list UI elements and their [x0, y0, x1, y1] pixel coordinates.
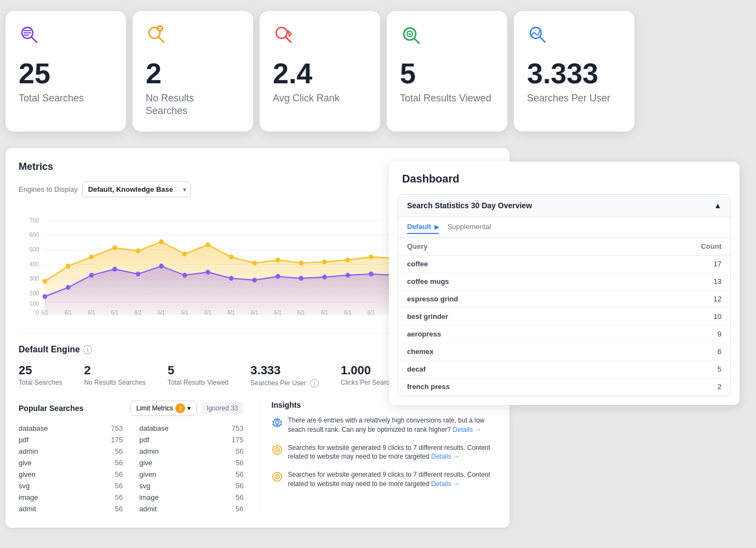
svg-line-11 — [285, 37, 291, 42]
total-results-icon — [400, 24, 492, 50]
stats-overview: Search Statistics 30 Day Overview ▲ Defa… — [398, 194, 731, 396]
limit-chevron-icon: ▾ — [187, 404, 191, 412]
metric-card-avg-click-rank: 2.4 Avg Click Rank — [260, 11, 380, 132]
svg-text:300: 300 — [29, 275, 39, 282]
metric-card-no-results: 2 No Results Searches — [133, 11, 253, 132]
svg-point-38 — [112, 246, 117, 250]
table-row: admin 56 — [19, 446, 123, 457]
engine-stat-no-results: 2 No Results Searches — [84, 363, 146, 387]
table-row: image 56 — [139, 492, 243, 503]
svg-point-41 — [182, 252, 187, 256]
searches-per-user-info-icon[interactable]: i — [310, 379, 319, 387]
svg-point-58 — [89, 273, 94, 278]
table-row: give 56 — [139, 457, 243, 469]
insight-link-2[interactable]: Details → — [431, 480, 460, 488]
svg-line-1 — [31, 37, 37, 42]
metric-card-total-results: 5 Total Results Viewed — [387, 11, 507, 132]
svg-point-37 — [89, 254, 94, 259]
svg-point-64 — [229, 276, 234, 281]
popular-insights-section: Popular Searches Limit Metrics 2 ▾ Ignor… — [19, 401, 496, 515]
insight-text-1: Searches for website generated 9 clicks … — [288, 444, 490, 461]
engine-no-results-label: No Results Searches — [84, 379, 146, 386]
engine-info-icon[interactable]: i — [83, 345, 92, 354]
svg-point-69 — [346, 273, 351, 278]
engine-total-searches-label: Total Searches — [19, 379, 62, 386]
filter-label: Engines to Display — [19, 185, 78, 193]
svg-text:6/1: 6/1 — [321, 310, 328, 316]
svg-point-62 — [182, 273, 187, 278]
svg-text:0: 0 — [36, 309, 39, 316]
popular-searches-title: Popular Searches — [19, 404, 83, 413]
svg-text:6/1: 6/1 — [158, 310, 165, 316]
total-searches-icon — [19, 24, 111, 50]
table-row: given 56 — [19, 469, 123, 480]
avg-click-rank-icon — [273, 24, 365, 50]
engines-filter-select[interactable]: Default, Knowledge Base — [82, 181, 191, 197]
table-row: chemex6 — [398, 343, 730, 361]
svg-text:6/1: 6/1 — [274, 310, 282, 316]
searches-per-user-icon — [527, 24, 619, 50]
searches-per-user-label: Searches Per User — [527, 92, 619, 105]
table-row: best grinder10 — [398, 308, 730, 326]
table-row: pdf 175 — [19, 434, 123, 446]
svg-text:6/1: 6/1 — [297, 310, 305, 316]
ignored-badge: Ignored 33 — [201, 402, 243, 414]
svg-point-47 — [322, 259, 327, 264]
no-results-value: 2 — [146, 59, 238, 88]
svg-point-35 — [43, 279, 48, 284]
svg-text:200: 200 — [29, 290, 39, 296]
stats-table-header: Query Count — [398, 238, 730, 255]
engine-total-searches-value: 25 — [19, 363, 62, 378]
svg-point-36 — [66, 264, 71, 269]
stats-table: Query Count coffee17coffee mugs13espress… — [398, 238, 730, 396]
popular-searches-table: Popular Searches Limit Metrics 2 ▾ Ignor… — [19, 401, 244, 515]
svg-line-16 — [415, 39, 419, 43]
svg-text:6/1: 6/1 — [344, 310, 351, 316]
engine-clicks-per-search-value: 1.000 — [341, 363, 393, 378]
total-results-value: 5 — [400, 59, 492, 88]
insight-item-1: Searches for website generated 9 clicks … — [272, 443, 497, 462]
svg-text:600: 600 — [29, 231, 39, 238]
stats-tabs: Default ▶ Supplemental — [398, 217, 730, 238]
svg-point-63 — [205, 270, 210, 275]
col-count: Count — [612, 238, 730, 255]
svg-line-6 — [158, 37, 164, 42]
svg-point-96 — [276, 421, 279, 424]
svg-point-49 — [369, 254, 374, 259]
tab-supplemental[interactable]: Supplemental — [448, 222, 491, 234]
table-row: admit 56 — [139, 503, 243, 515]
svg-point-56 — [43, 294, 48, 299]
stats-overview-title: Search Statistics 30 Day Overview — [407, 201, 532, 210]
svg-point-57 — [66, 285, 71, 290]
metric-card-searches-per-user: 3.333 Searches Per User — [514, 11, 634, 132]
col-query: Query — [398, 238, 612, 255]
svg-point-61 — [159, 264, 164, 269]
searches-per-user-value: 3.333 — [527, 59, 619, 88]
svg-text:400: 400 — [29, 260, 39, 267]
tab-default[interactable]: Default ▶ — [407, 222, 439, 234]
total-searches-value: 25 — [19, 59, 111, 88]
collapse-icon[interactable]: ▲ — [714, 201, 721, 210]
table-row: french press2 — [398, 378, 730, 396]
svg-text:6/1: 6/1 — [251, 310, 258, 316]
svg-point-42 — [205, 242, 210, 247]
table-row: coffee mugs13 — [398, 273, 730, 290]
svg-point-40 — [159, 239, 164, 244]
insight-link-0[interactable]: Details → — [453, 426, 481, 433]
insights-section: Insights There are 6 entries with a rela… — [260, 401, 497, 515]
engines-filter-wrapper[interactable]: Default, Knowledge Base — [82, 181, 191, 197]
table-row: given 56 — [139, 469, 243, 480]
avg-click-rank-label: Avg Click Rank — [273, 92, 365, 105]
table-row: admin 56 — [139, 446, 243, 457]
avg-click-rank-value: 2.4 — [273, 59, 365, 88]
total-searches-label: Total Searches — [19, 92, 111, 105]
dashboard-panel: Dashboard Search Statistics 30 Day Overv… — [389, 162, 740, 405]
engine-stat-total-searches: 25 Total Searches — [19, 363, 62, 387]
engine-searches-per-user-label: Searches Per User i — [250, 379, 319, 387]
table-row: svg 56 — [139, 480, 243, 492]
insight-link-1[interactable]: Details → — [431, 453, 460, 460]
limit-metrics-button[interactable]: Limit Metrics 2 ▾ — [130, 401, 197, 416]
svg-point-60 — [136, 272, 141, 277]
table-row: give 56 — [19, 457, 123, 469]
limit-count-badge: 2 — [175, 403, 185, 413]
